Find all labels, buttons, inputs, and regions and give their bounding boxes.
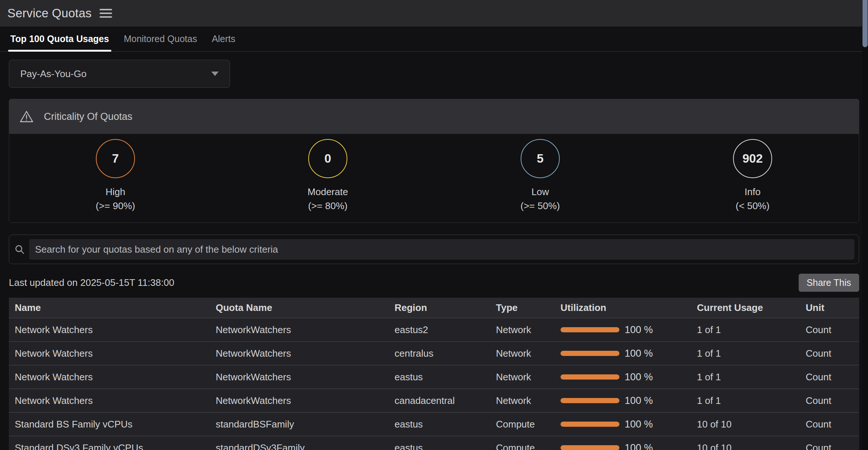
cell-quota-name: NetworkWatchers bbox=[210, 318, 389, 342]
cell-utilization: 100 % bbox=[555, 389, 691, 412]
cell-name: Network Watchers bbox=[9, 342, 210, 365]
cell-current-usage: 1 of 1 bbox=[691, 342, 800, 365]
top-bar: Service Quotas bbox=[0, 0, 868, 27]
column-header-current-usage: Current Usage bbox=[691, 298, 800, 318]
chevron-down-icon bbox=[211, 72, 219, 76]
column-header-quota-name: Quota Name bbox=[210, 298, 389, 318]
criticality-panel-header: Criticality Of Quotas bbox=[9, 99, 859, 134]
utilization-percent: 100 % bbox=[625, 371, 653, 383]
table-row: Network Watchers NetworkWatchers canadac… bbox=[9, 389, 859, 412]
cell-type: Network bbox=[490, 365, 555, 389]
criticality-label-moderate: Moderate bbox=[308, 185, 348, 199]
cell-region: eastus bbox=[389, 436, 490, 450]
table-row: Standard DSv3 Family vCPUs standardDSv3F… bbox=[9, 436, 859, 450]
cell-type: Network bbox=[490, 342, 555, 365]
tab-top-100-quota-usages[interactable]: Top 100 Quota Usages bbox=[10, 27, 109, 51]
criticality-count-low: 5 bbox=[537, 152, 544, 166]
cell-utilization: 100 % bbox=[555, 436, 691, 450]
column-header-region: Region bbox=[389, 298, 490, 318]
cell-unit: Count bbox=[800, 365, 859, 389]
cell-quota-name: standardDSv3Family bbox=[210, 436, 389, 450]
utilization-bar bbox=[560, 351, 619, 356]
criticality-stat-info: 902 Info (< 50%) bbox=[646, 139, 859, 213]
criticality-stat-low: 5 Low (>= 50%) bbox=[434, 139, 646, 213]
column-header-type: Type bbox=[490, 298, 555, 318]
tab-alerts[interactable]: Alerts bbox=[212, 27, 235, 51]
criticality-label-info: Info bbox=[744, 185, 760, 199]
criticality-range-moderate: (>= 80%) bbox=[308, 199, 348, 213]
cell-region: centralus bbox=[389, 342, 490, 365]
criticality-panel-title: Criticality Of Quotas bbox=[44, 111, 132, 122]
cell-unit: Count bbox=[800, 389, 859, 412]
vertical-scrollbar bbox=[862, 0, 868, 450]
cell-type: Compute bbox=[490, 412, 555, 436]
last-updated-text: Last updated on 2025-05-15T 11:38:00 bbox=[9, 277, 174, 288]
table-meta-row: Last updated on 2025-05-15T 11:38:00 Sha… bbox=[9, 274, 859, 292]
cell-quota-name: NetworkWatchers bbox=[210, 389, 389, 412]
quota-usage-table: Name Quota Name Region Type Utilization … bbox=[9, 298, 859, 450]
table-header-row: Name Quota Name Region Type Utilization … bbox=[9, 298, 859, 318]
cell-current-usage: 10 of 10 bbox=[691, 436, 800, 450]
cell-name: Network Watchers bbox=[9, 318, 210, 342]
cell-region: eastus bbox=[389, 365, 490, 389]
criticality-ring-low: 5 bbox=[521, 139, 560, 178]
cell-type: Network bbox=[490, 389, 555, 412]
cell-name: Network Watchers bbox=[9, 365, 210, 389]
utilization-bar bbox=[560, 445, 619, 450]
cell-name: Network Watchers bbox=[9, 389, 210, 412]
cell-current-usage: 1 of 1 bbox=[691, 318, 800, 342]
hamburger-menu-icon[interactable] bbox=[100, 9, 112, 18]
criticality-panel-body: 7 High (>= 90%) 0 Moderate (>= 80%) 5 Lo… bbox=[9, 134, 859, 222]
cell-unit: Count bbox=[800, 342, 859, 365]
quota-search-bar bbox=[9, 235, 859, 264]
share-this-button[interactable]: Share This bbox=[799, 274, 859, 292]
utilization-bar bbox=[560, 374, 619, 380]
utilization-bar bbox=[560, 327, 619, 332]
column-header-name: Name bbox=[9, 298, 210, 318]
utilization-bar bbox=[560, 422, 619, 427]
criticality-range-high: (>= 90%) bbox=[96, 199, 135, 213]
utilization-bar bbox=[560, 398, 619, 403]
subscription-dropdown[interactable]: Pay-As-You-Go bbox=[9, 60, 230, 88]
cell-utilization: 100 % bbox=[555, 318, 691, 342]
tab-monitored-quotas[interactable]: Monitored Quotas bbox=[124, 27, 197, 51]
page-title: Service Quotas bbox=[7, 6, 91, 20]
criticality-ring-moderate: 0 bbox=[308, 139, 347, 178]
cell-unit: Count bbox=[800, 318, 859, 342]
column-header-utilization: Utilization bbox=[555, 298, 691, 318]
criticality-count-moderate: 0 bbox=[324, 152, 331, 166]
utilization-percent: 100 % bbox=[625, 348, 653, 359]
scrollbar-thumb[interactable] bbox=[862, 0, 868, 47]
cell-current-usage: 1 of 1 bbox=[691, 365, 800, 389]
main-content: Pay-As-You-Go Criticality Of Quotas 7 Hi… bbox=[0, 60, 868, 450]
table-row: Standard BS Family vCPUs standardBSFamil… bbox=[9, 412, 859, 436]
cell-current-usage: 10 of 10 bbox=[691, 412, 800, 436]
cell-name: Standard BS Family vCPUs bbox=[9, 412, 210, 436]
column-header-unit: Unit bbox=[800, 298, 859, 318]
utilization-percent: 100 % bbox=[625, 419, 653, 430]
cell-quota-name: NetworkWatchers bbox=[210, 342, 389, 365]
criticality-range-info: (< 50%) bbox=[736, 199, 770, 213]
table-row: Network Watchers NetworkWatchers central… bbox=[9, 342, 859, 365]
criticality-panel: Criticality Of Quotas 7 High (>= 90%) 0 … bbox=[9, 99, 859, 223]
cell-type: Compute bbox=[490, 436, 555, 450]
criticality-ring-high: 7 bbox=[96, 139, 135, 178]
utilization-percent: 100 % bbox=[625, 395, 653, 406]
quota-search-input[interactable] bbox=[29, 239, 854, 260]
warning-icon bbox=[20, 110, 34, 123]
cell-quota-name: NetworkWatchers bbox=[210, 365, 389, 389]
cell-name: Standard DSv3 Family vCPUs bbox=[9, 436, 210, 450]
criticality-stat-moderate: 0 Moderate (>= 80%) bbox=[222, 139, 434, 213]
cell-utilization: 100 % bbox=[555, 365, 691, 389]
criticality-ring-info: 902 bbox=[733, 139, 772, 178]
utilization-percent: 100 % bbox=[625, 442, 653, 450]
subscription-dropdown-value: Pay-As-You-Go bbox=[20, 68, 87, 80]
criticality-range-low: (>= 50%) bbox=[521, 199, 560, 213]
cell-utilization: 100 % bbox=[555, 342, 691, 365]
criticality-label-low: Low bbox=[531, 185, 549, 199]
cell-unit: Count bbox=[800, 436, 859, 450]
table-row: Network Watchers NetworkWatchers eastus2… bbox=[9, 318, 859, 342]
criticality-count-info: 902 bbox=[742, 152, 763, 166]
cell-type: Network bbox=[490, 318, 555, 342]
tab-bar: Top 100 Quota Usages Monitored Quotas Al… bbox=[0, 27, 868, 52]
